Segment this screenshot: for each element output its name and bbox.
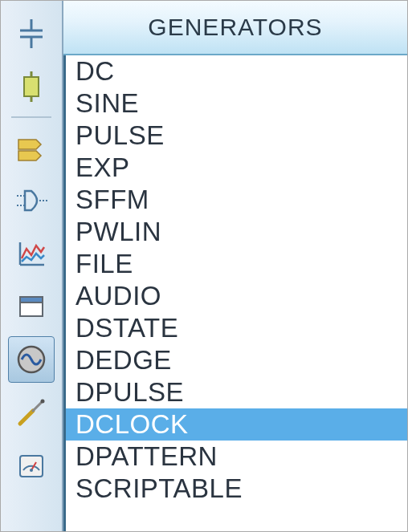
list-item[interactable]: DPATTERN — [66, 441, 407, 473]
window-mode-button[interactable] — [8, 283, 55, 330]
gate-icon — [14, 183, 49, 218]
svg-rect-5 — [24, 77, 39, 96]
mode-toolbar — [1, 1, 63, 531]
svg-point-20 — [30, 469, 33, 472]
component-mode-button[interactable] — [8, 63, 55, 110]
generator-mode-button[interactable] — [8, 336, 55, 383]
svg-rect-13 — [20, 297, 43, 303]
probe-icon — [14, 395, 49, 430]
list-item[interactable]: DC — [66, 55, 407, 87]
toolbar-separator — [11, 116, 51, 118]
list-item[interactable]: DPULSE — [66, 376, 407, 408]
meter-icon — [14, 448, 49, 483]
label-icon — [14, 130, 49, 165]
list-item[interactable]: DCLOCK — [66, 408, 407, 441]
list-item[interactable]: PULSE — [66, 120, 407, 152]
graph-icon — [14, 236, 49, 271]
list-item[interactable]: FILE — [66, 248, 407, 280]
list-item[interactable]: DSTATE — [66, 312, 407, 344]
app-container: GENERATORS DC SINE PULSE EXP SFFM PWLIN … — [0, 0, 408, 532]
list-item[interactable]: DEDGE — [66, 344, 407, 376]
terminal-icon — [14, 16, 49, 51]
list-item[interactable]: SFFM — [66, 184, 407, 216]
label-mode-button[interactable] — [8, 124, 55, 171]
window-icon — [14, 289, 49, 324]
svg-line-16 — [33, 401, 43, 411]
list-item[interactable]: SCRIPTABLE — [66, 473, 407, 505]
probe-mode-button[interactable] — [8, 389, 55, 436]
svg-line-15 — [20, 411, 33, 424]
sine-generator-icon — [14, 342, 49, 377]
component-icon — [14, 69, 49, 104]
generators-panel: GENERATORS DC SINE PULSE EXP SFFM PWLIN … — [63, 1, 407, 531]
gate-mode-button[interactable] — [8, 177, 55, 224]
svg-point-17 — [41, 400, 45, 404]
list-item[interactable]: AUDIO — [66, 280, 407, 312]
selection-mode-button[interactable] — [8, 10, 55, 57]
graph-mode-button[interactable] — [8, 230, 55, 277]
generators-list[interactable]: DC SINE PULSE EXP SFFM PWLIN FILE AUDIO … — [63, 55, 407, 531]
list-item[interactable]: SINE — [66, 87, 407, 120]
list-item[interactable]: PWLIN — [66, 216, 407, 248]
meter-mode-button[interactable] — [8, 442, 55, 489]
panel-title: GENERATORS — [63, 1, 407, 55]
list-item[interactable]: EXP — [66, 152, 407, 184]
